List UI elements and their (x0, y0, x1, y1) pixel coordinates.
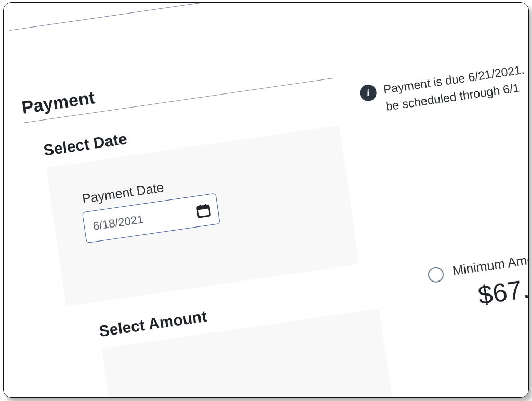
select-date-heading: Select Date (43, 130, 128, 159)
calendar-icon[interactable] (195, 202, 212, 219)
info-icon: i (359, 84, 378, 102)
top-divider (9, 2, 529, 31)
info-text: Payment is due 6/21/2021. be scheduled t… (382, 61, 528, 116)
rotated-stage: Payment Select Date Payment Date i Payme… (3, 2, 529, 398)
minimum-amount-label: Minimum Amo (451, 252, 529, 278)
app-frame: Payment Select Date Payment Date i Payme… (3, 2, 529, 398)
minimum-amount-option[interactable]: Minimum Amo $67.89 (427, 234, 529, 265)
minimum-amount-radio[interactable] (427, 266, 445, 284)
payment-date-input[interactable] (92, 207, 181, 233)
minimum-amount-value: $67.89 (476, 270, 529, 311)
payment-card: Payment Select Date Payment Date i Payme… (3, 2, 529, 398)
payment-due-info: i Payment is due 6/21/2021. be scheduled… (358, 41, 529, 119)
